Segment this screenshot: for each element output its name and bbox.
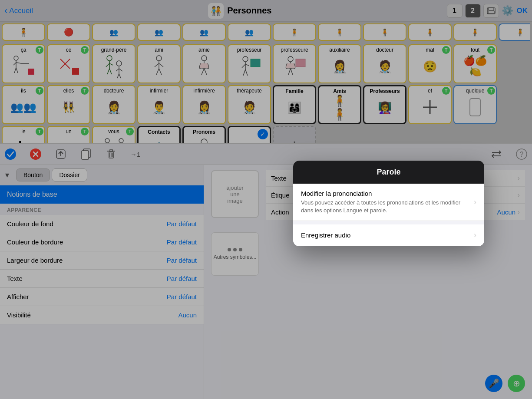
modal-title: Parole <box>293 161 484 184</box>
modal-divider <box>293 221 484 224</box>
modal-item-prononciation[interactable]: Modifier la prononciation Vous pouvez ac… <box>293 184 484 221</box>
modal-item-audio[interactable]: Enregistrer audio › <box>293 224 484 246</box>
modal-overlay[interactable]: Parole Modifier la prononciation Vous po… <box>0 0 532 399</box>
parole-modal: Parole Modifier la prononciation Vous po… <box>293 161 484 246</box>
prononciation-chevron: › <box>474 198 476 207</box>
audio-chevron: › <box>474 231 476 240</box>
